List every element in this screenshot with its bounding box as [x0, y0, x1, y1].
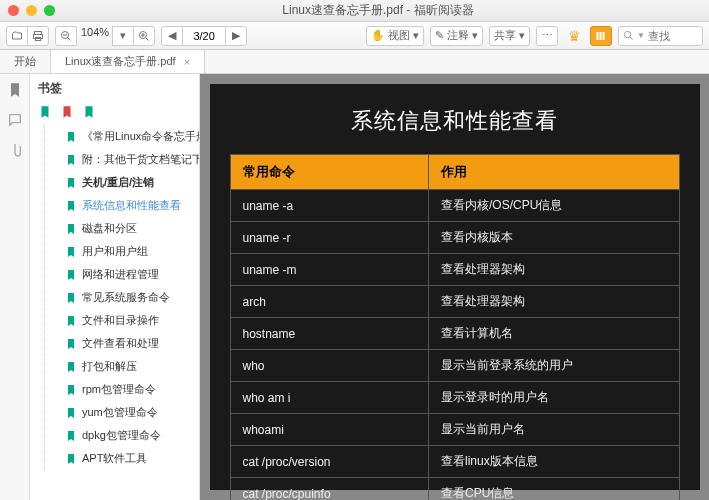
zoom-out-button[interactable]: [55, 26, 77, 46]
bookmark-item[interactable]: 文件查看和处理: [44, 332, 199, 355]
bookmark-icon: [65, 154, 77, 166]
search-icon: [623, 30, 634, 41]
bookmark-label: yum包管理命令: [82, 405, 158, 420]
table-row: uname -m查看处理器架构: [230, 254, 679, 286]
zoom-window-button[interactable]: [44, 5, 55, 16]
crown-icon[interactable]: ♛: [564, 26, 584, 46]
svg-rect-11: [600, 32, 602, 40]
cell-description: 显示当前用户名: [428, 414, 679, 446]
table-row: arch查看处理器架构: [230, 286, 679, 318]
close-window-button[interactable]: [8, 5, 19, 16]
bookmark-item[interactable]: dpkg包管理命令: [44, 424, 199, 447]
bookmark-icon: [65, 269, 77, 281]
bookmark-label: 文件查看和处理: [82, 336, 159, 351]
search-input[interactable]: [648, 30, 698, 42]
bookmark-item[interactable]: 《常用Linux命令备忘手册》: [44, 125, 199, 148]
close-tab-icon[interactable]: ×: [184, 56, 190, 68]
share-button[interactable]: 共享 ▾: [489, 26, 530, 46]
search-box[interactable]: ▼: [618, 26, 703, 46]
bookmark-item[interactable]: 系统信息和性能查看: [44, 194, 199, 217]
cell-command: uname -m: [230, 254, 428, 286]
bookmark-label: rpm包管理命令: [82, 382, 156, 397]
expand-bookmarks-icon[interactable]: [82, 105, 96, 119]
svg-line-9: [146, 37, 149, 40]
bookmark-item[interactable]: yum包管理命令: [44, 401, 199, 424]
bookmark-item[interactable]: 文件和目录操作: [44, 309, 199, 332]
bookmark-label: 打包和解压: [82, 359, 137, 374]
page-input[interactable]: [183, 30, 225, 42]
print-button[interactable]: [27, 26, 49, 46]
zoom-level: 104%: [77, 26, 113, 46]
bookmark-label: 附：其他干货文档笔记下载: [82, 152, 199, 167]
col-description: 作用: [428, 155, 679, 190]
zoom-dropdown[interactable]: ▾: [112, 26, 134, 46]
page-indicator[interactable]: [182, 26, 226, 46]
cell-command: arch: [230, 286, 428, 318]
main-toolbar: 104% ▾ ◀ ▶ ✋ 视图 ▾ ✎ 注释 ▾ 共享 ▾ ⋯ ♛ ▼: [0, 22, 709, 50]
zoom-in-button[interactable]: [133, 26, 155, 46]
command-table: 常用命令 作用 uname -a查看内核/OS/CPU信息uname -r查看内…: [230, 154, 680, 500]
bookmarks-icon[interactable]: [7, 82, 23, 98]
bookmark-label: 系统信息和性能查看: [82, 198, 181, 213]
cell-command: who am i: [230, 382, 428, 414]
attachments-icon[interactable]: [7, 142, 23, 158]
document-viewer[interactable]: 系统信息和性能查看 常用命令 作用 uname -a查看内核/OS/CPU信息u…: [200, 74, 709, 500]
left-rail: [0, 74, 30, 500]
hand-icon: ✋: [371, 29, 385, 42]
comments-icon[interactable]: [7, 112, 23, 128]
table-row: uname -a查看内核/OS/CPU信息: [230, 190, 679, 222]
minimize-window-button[interactable]: [26, 5, 37, 16]
table-row: who am i显示登录时的用户名: [230, 382, 679, 414]
document-tabs: 开始Linux速查备忘手册.pdf×: [0, 50, 709, 74]
bookmark-label: 《常用Linux命令备忘手册》: [82, 129, 199, 144]
library-button[interactable]: [590, 26, 612, 46]
svg-line-5: [68, 37, 71, 40]
cell-description: 查看处理器架构: [428, 286, 679, 318]
bookmark-list: 《常用Linux命令备忘手册》附：其他干货文档笔记下载关机/重启/注销系统信息和…: [30, 125, 199, 500]
table-row: who显示当前登录系统的用户: [230, 350, 679, 382]
svg-rect-12: [603, 32, 605, 40]
search-dropdown-icon[interactable]: ▼: [637, 31, 645, 40]
col-command: 常用命令: [230, 155, 428, 190]
bookmark-item[interactable]: 用户和用户组: [44, 240, 199, 263]
cell-description: 查看计算机名: [428, 318, 679, 350]
view-mode-button[interactable]: ✋ 视图 ▾: [366, 26, 424, 46]
cell-description: 查看内核版本: [428, 222, 679, 254]
open-file-button[interactable]: [6, 26, 28, 46]
bookmark-tools: [30, 103, 199, 125]
svg-line-14: [630, 37, 633, 40]
bookmarks-panel: 书签 《常用Linux命令备忘手册》附：其他干货文档笔记下载关机/重启/注销系统…: [30, 74, 200, 500]
window-titlebar: Linux速查备忘手册.pdf - 福昕阅读器: [0, 0, 709, 22]
bookmark-item[interactable]: APT软件工具: [44, 447, 199, 470]
bookmark-icon: [65, 315, 77, 327]
bookmark-icon: [65, 384, 77, 396]
cell-description: 查看处理器架构: [428, 254, 679, 286]
page-heading: 系统信息和性能查看: [230, 106, 680, 136]
bookmark-icon: [65, 223, 77, 235]
bookmark-item[interactable]: rpm包管理命令: [44, 378, 199, 401]
annotate-button[interactable]: ✎ 注释 ▾: [430, 26, 483, 46]
more-button[interactable]: ⋯: [536, 26, 558, 46]
bookmark-icon: [65, 200, 77, 212]
tab-开始[interactable]: 开始: [0, 50, 51, 73]
cell-command: uname -a: [230, 190, 428, 222]
bookmark-icon: [65, 338, 77, 350]
bookmark-item[interactable]: 网络和进程管理: [44, 263, 199, 286]
traffic-lights: [8, 5, 55, 16]
bookmark-item[interactable]: 关机/重启/注销: [44, 171, 199, 194]
panel-title: 书签: [30, 74, 199, 103]
next-page-button[interactable]: ▶: [225, 26, 247, 46]
bookmark-icon: [65, 246, 77, 258]
table-row: cat /proc/version查看linux版本信息: [230, 446, 679, 478]
bookmark-item[interactable]: 磁盘和分区: [44, 217, 199, 240]
add-bookmark-icon[interactable]: [38, 105, 52, 119]
prev-page-button[interactable]: ◀: [161, 26, 183, 46]
bookmark-item[interactable]: 打包和解压: [44, 355, 199, 378]
bookmark-item[interactable]: 常见系统服务命令: [44, 286, 199, 309]
cell-description: 显示当前登录系统的用户: [428, 350, 679, 382]
pencil-icon: ✎: [435, 29, 444, 42]
tab-Linux速查备忘手册.pdf[interactable]: Linux速查备忘手册.pdf×: [51, 50, 205, 73]
bookmark-icon: [65, 292, 77, 304]
bookmark-item[interactable]: 附：其他干货文档笔记下载: [44, 148, 199, 171]
remove-bookmark-icon[interactable]: [60, 105, 74, 119]
